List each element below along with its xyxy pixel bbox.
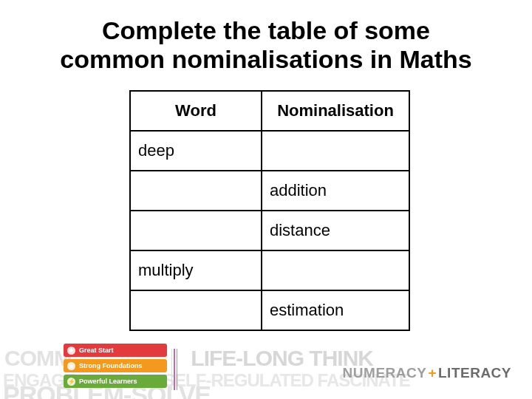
header-nominalisation: Nominalisation (262, 91, 409, 131)
pill-strong-foundations: ● Strong Foundations (64, 359, 167, 372)
nominalisation-table: Word Nominalisation deep addition distan… (129, 90, 410, 331)
pill-powerful-learners: ⚡ Powerful Learners (64, 375, 167, 388)
table-header-row: Word Nominalisation (130, 91, 409, 131)
table-row: multiply (130, 250, 409, 290)
table-row: estimation (130, 290, 409, 330)
bgword: COMM (4, 346, 72, 370)
cell-word (130, 211, 262, 250)
header-word: Word (130, 91, 262, 131)
brand-left: NUMERACY (343, 365, 427, 381)
table-row: deep (130, 131, 409, 171)
brand-numeracy-literacy: NUMERACY+LITERACY (343, 365, 511, 381)
footer: COMM LIFE-LONG THINK ENGAGE SELF-REGULAT… (0, 341, 532, 399)
star-icon: ★ (67, 347, 75, 355)
vertical-bars-icon (171, 349, 179, 390)
cell-nom: estimation (262, 290, 409, 330)
table-row: distance (130, 211, 409, 250)
circle-icon: ● (67, 362, 75, 370)
cell-nom (262, 250, 409, 290)
pill-label: Strong Foundations (79, 362, 143, 369)
pill-label: Great Start (79, 347, 114, 354)
cell-word: multiply (130, 250, 262, 290)
cell-word (130, 290, 262, 330)
pill-great-start: ★ Great Start (64, 344, 167, 357)
slide-title: Complete the table of some common nomina… (52, 16, 480, 74)
cell-word (130, 171, 262, 211)
pill-label: Powerful Learners (79, 378, 137, 385)
brand-right: LITERACY (438, 365, 511, 381)
bolt-icon: ⚡ (67, 378, 75, 386)
cell-word: deep (130, 131, 262, 171)
cell-nom: addition (262, 171, 409, 211)
pill-stack: ★ Great Start ● Strong Foundations ⚡ Pow… (64, 344, 167, 390)
table-row: addition (130, 171, 409, 211)
cell-nom (262, 131, 409, 171)
slide: Complete the table of some common nomina… (0, 0, 532, 399)
plus-icon: + (426, 365, 438, 381)
cell-nom: distance (262, 211, 409, 250)
